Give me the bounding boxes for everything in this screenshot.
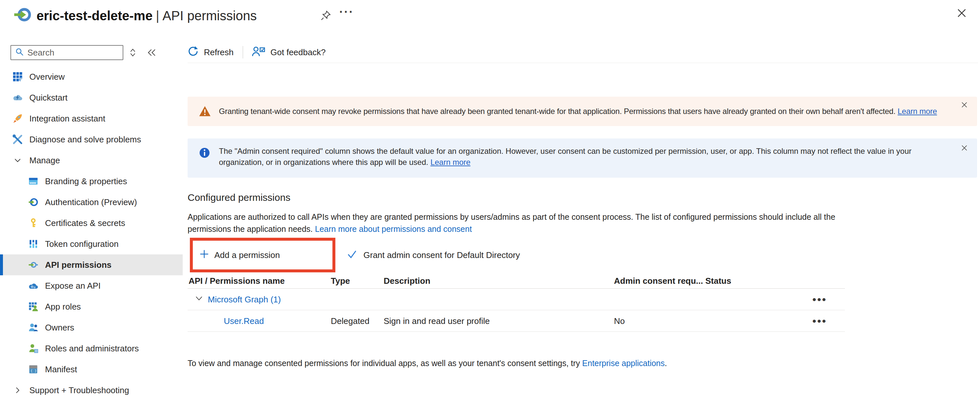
quickstart-icon <box>12 93 24 103</box>
sidebar-group-label: Manage <box>29 155 60 166</box>
info-message: The "Admin consent required" column show… <box>219 147 912 166</box>
add-permission-button[interactable]: Add a permission <box>199 249 280 261</box>
sidebar-item-integration-assistant[interactable]: Integration assistant <box>0 108 183 129</box>
sidebar-nav: Overview Quickstart Integration assistan… <box>0 66 183 401</box>
sidebar-item-label: Token configuration <box>45 239 118 249</box>
page-title: eric-test-delete-me|API permissions <box>37 7 257 24</box>
warning-message: Granting tenant-wide consent may revoke … <box>219 106 937 117</box>
api-permissions-icon <box>27 260 39 270</box>
permission-row-more-icon[interactable]: ••• <box>812 314 827 327</box>
sidebar-item-authentication[interactable]: Authentication (Preview) <box>0 192 183 212</box>
grant-admin-consent-label: Grant admin consent for Default Director… <box>363 250 520 260</box>
plus-icon <box>199 249 209 261</box>
section-description-text: Applications are authorized to call APIs… <box>188 212 835 233</box>
check-icon <box>347 249 358 262</box>
sidebar-item-expose-api[interactable]: Expose an API <box>0 275 183 296</box>
close-blade-icon[interactable] <box>956 7 967 20</box>
info-learn-more-link[interactable]: Learn more <box>430 158 471 166</box>
browser-www-icon: www <box>27 176 39 186</box>
sidebar-item-label: Overview <box>29 72 65 82</box>
toolbar-rule <box>188 63 978 63</box>
sidebar-item-diagnose[interactable]: Diagnose and solve problems <box>0 129 183 150</box>
permissions-table: API / Permissions name Type Description … <box>188 273 845 332</box>
search-input[interactable] <box>27 48 109 58</box>
command-bar: Refresh Got feedback? <box>188 44 326 61</box>
feedback-button[interactable]: Got feedback? <box>252 46 326 59</box>
reorder-toggle-icon[interactable] <box>128 48 138 59</box>
person-cube-icon <box>27 343 39 353</box>
sidebar-item-label: Authentication (Preview) <box>45 197 137 207</box>
sidebar-search[interactable] <box>10 45 123 60</box>
warning-learn-more-link[interactable]: Learn more <box>897 107 937 116</box>
sidebar-item-token-configuration[interactable]: Token configuration <box>0 233 183 254</box>
sidebar-item-label: Roles and administrators <box>45 343 139 354</box>
info-banner: The "Admin consent required" column show… <box>188 139 977 178</box>
refresh-label: Refresh <box>204 47 234 57</box>
enterprise-applications-link[interactable]: Enterprise applications <box>582 359 665 368</box>
cloud-gears-icon <box>27 281 39 291</box>
annotation-highlight: Add a permission <box>190 238 336 272</box>
col-admin-consent: Admin consent requ... <box>614 276 703 286</box>
sidebar-item-label: API permissions <box>45 260 111 270</box>
grid-person-icon <box>27 302 39 311</box>
warning-close-icon[interactable] <box>960 101 969 110</box>
sidebar-item-label: Diagnose and solve problems <box>29 134 141 145</box>
refresh-icon <box>188 46 199 59</box>
grant-admin-consent-button[interactable]: Grant admin consent for Default Director… <box>347 238 520 272</box>
sidebar-item-branding[interactable]: www Branding & properties <box>0 171 183 192</box>
sidebar-item-owners[interactable]: Owners <box>0 317 183 338</box>
sidebar-item-label: Quickstart <box>29 93 68 103</box>
permission-name-link[interactable]: User.Read <box>224 316 264 326</box>
info-close-icon[interactable] <box>960 144 969 153</box>
page-section: API permissions <box>162 8 257 23</box>
sidebar-item-app-roles[interactable]: App roles <box>0 296 183 317</box>
col-type: Type <box>331 276 350 286</box>
sidebar-item-label: Integration assistant <box>29 114 105 124</box>
info-icon <box>199 147 210 160</box>
tools-icon <box>12 134 24 145</box>
table-header-row: API / Permissions name Type Description … <box>188 273 845 289</box>
group-name-link[interactable]: Microsoft Graph (1) <box>208 294 281 304</box>
sidebar-item-label: Manifest <box>45 364 77 375</box>
info-message-text: The "Admin consent required" column show… <box>219 147 912 166</box>
sidebar-item-label: Owners <box>45 323 75 333</box>
key-icon <box>27 218 39 228</box>
authentication-icon <box>27 197 39 207</box>
title-separator: | <box>156 8 159 23</box>
sidebar-item-label: App roles <box>45 302 81 312</box>
sidebar-item-overview[interactable]: Overview <box>0 66 183 87</box>
sidebar-group-support[interactable]: Support + Troubleshooting <box>0 380 183 401</box>
table-group-row: Microsoft Graph (1) ••• <box>188 289 845 310</box>
sidebar-item-label: Expose an API <box>45 281 101 291</box>
col-description: Description <box>383 276 430 286</box>
col-status: Status <box>705 276 731 286</box>
warning-icon <box>199 105 211 119</box>
toolbar-divider <box>243 46 243 59</box>
sidebar-item-certificates[interactable]: Certificates & secrets <box>0 212 183 233</box>
table-row: User.Read Delegated Sign in and read use… <box>188 310 845 332</box>
footer-suffix: . <box>665 359 667 368</box>
rocket-icon <box>12 113 24 124</box>
section-heading: Configured permissions <box>188 192 290 203</box>
group-chevron-down-icon[interactable] <box>195 294 203 305</box>
sidebar-item-label: Certificates & secrets <box>45 218 125 228</box>
app-name: eric-test-delete-me <box>37 8 153 23</box>
pin-icon[interactable] <box>320 10 331 22</box>
more-options-icon[interactable]: ··· <box>339 5 354 19</box>
refresh-button[interactable]: Refresh <box>188 46 234 59</box>
sidebar-group-label: Support + Troubleshooting <box>29 385 129 396</box>
warning-message-text: Granting tenant-wide consent may revoke … <box>219 107 897 116</box>
collapse-sidebar-icon[interactable] <box>147 48 157 59</box>
sidebar-item-label: Branding & properties <box>45 176 127 187</box>
add-permission-label: Add a permission <box>214 250 280 260</box>
sidebar-item-api-permissions[interactable]: API permissions <box>0 254 183 275</box>
sidebar-item-manifest[interactable]: { } Manifest <box>0 359 183 380</box>
permissions-consent-link[interactable]: Learn more about permissions and consent <box>315 224 472 233</box>
sidebar-group-manage[interactable]: Manage <box>0 150 183 171</box>
chevron-down-icon <box>12 156 24 164</box>
group-row-more-icon[interactable]: ••• <box>812 293 827 306</box>
footer-text: To view and manage consented permissions… <box>188 359 582 368</box>
sidebar-item-roles-administrators[interactable]: Roles and administrators <box>0 338 183 359</box>
manifest-code-icon: { } <box>27 364 39 374</box>
sidebar-item-quickstart[interactable]: Quickstart <box>0 87 183 108</box>
